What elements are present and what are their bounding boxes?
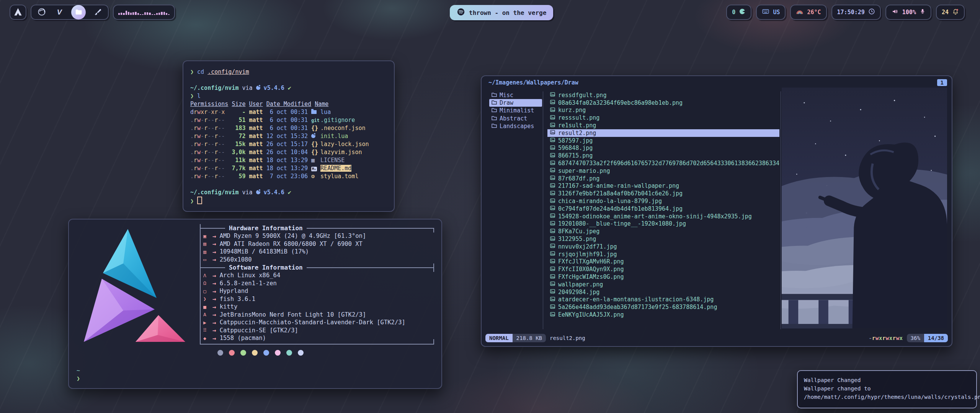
clock-widget[interactable]: 17:50:29 [831,5,881,20]
file-row[interactable]: nnvuv0xj2df71.jpg [547,243,779,250]
terminal-icon: ■ [201,304,209,310]
file-name: LICENSE [320,157,345,164]
file-row[interactable]: 20492984.jpg [547,288,779,296]
arrow-icon: → [212,233,216,240]
spotify-icon [457,8,465,18]
terminal-line [190,180,387,189]
terminal-window[interactable]: ❯ cd .config/nvim ~/.config/nvim via v5.… [183,60,395,212]
file-row[interactable]: 19201080-__blue-tinge__-1920×1080.jpg [547,220,779,228]
dock-item-firefox[interactable] [36,6,47,19]
memory-value: 10948MiB / 64183MiB (17%) [220,248,309,255]
updates-widget[interactable]: 0 [726,5,751,20]
arrow-icon: → [212,240,216,247]
file-row[interactable]: 154928-odinokoe_anime-art-anime-okno-sin… [547,213,779,220]
visualizer-bar [126,11,127,15]
file-size: 218.8 KB [513,334,546,342]
file-row[interactable]: 08a634fa02a32364f69ebc86a98eb1eb.png [547,99,779,107]
packages-icon: ◆ [201,335,209,341]
file-row[interactable]: 87r687df.png [547,175,779,182]
sidebar-item-minimalist[interactable]: Minimalist [489,107,542,114]
image-file-icon [550,137,555,144]
file-row[interactable]: 587597.jpg [547,137,779,145]
visualizer-bar [154,14,155,15]
launcher-button[interactable] [10,5,26,20]
image-file-icon [550,175,555,182]
file-row[interactable]: wallpaper.png [547,281,779,288]
sidebar-item-draw[interactable]: Draw [489,99,542,107]
gpu-value: AMD ATI Radeon RX 6800/6800 XT / 6900 XT [220,241,363,247]
selected-file-name: result2.png [550,335,585,341]
file-row[interactable]: 68747470733a2f2f696d616765732d7769786d70… [547,159,779,167]
file-row[interactable]: chica-mirando-la-luna-8799.jpg [547,197,779,205]
cursor-value: Catppuccin-Macchiato-Standard-Lavender-D… [220,319,405,326]
topbar-right: 0 US 26°C 17:50:29 [726,5,965,20]
visualizer-bar [152,14,153,15]
weather-widget[interactable]: 26°C [790,5,826,20]
file-name: lazyvim.json [320,149,362,156]
fetch-prompt: ~ ❯ [77,367,80,383]
git-icon: git [311,118,320,123]
file-row[interactable]: ressdfgult.png [547,91,779,99]
palette-dot [217,350,223,356]
ls-row: drwxr-xr-x - matt 6 oct 00:31 lua [190,108,387,116]
dock-item-paint[interactable] [92,6,103,19]
parent-directory-pane: MiscDrawMinimalistAbstractLandscapes [489,91,542,130]
file-row[interactable]: FXfcHgcWIAMzs0G.png [547,273,779,281]
cursor-icon: ▶ [201,320,209,325]
image-preview [782,88,947,328]
image-file-icon [550,266,555,273]
dock-item-files[interactable] [71,5,86,20]
file-row[interactable]: super-mario.png [547,167,779,175]
music-widget[interactable]: thrown - on the verge [450,5,553,20]
file-row[interactable]: atardecer-en-la-montanas-ilustracion-634… [547,296,779,304]
sidebar-item-landscapes[interactable]: Landscapes [489,122,542,130]
folder-icon [491,122,497,130]
image-file-icon [550,220,555,228]
file-row[interactable]: 8FKa7Cu.jpeg [547,228,779,235]
file-row[interactable]: re1sult.png [547,122,779,129]
visualizer-bar [149,13,150,15]
file-row[interactable]: FXfcJlTXgAMvH6R.png [547,258,779,266]
file-row[interactable]: FXfcII0X0AQyn9X.png [547,265,779,273]
status-bar: NORMAL 218.8 KB result2.png -rwxrwxrwx 3… [485,333,948,343]
file-manager-window[interactable]: ~/Imagenes/Wallpapers/Draw 1 MiscDrawMin… [481,75,952,347]
fetch-window[interactable]: Hardware Information▣→AMD Ryzen 9 5900X … [68,219,442,389]
file-row[interactable]: 0c794faf07de24a4db4d4fb1eb813964.jpg [547,205,779,213]
visualizer-bar [137,13,139,15]
prompt-char: ❯ [77,375,80,383]
dock-item-neovim[interactable]: V [54,6,65,19]
palette-dot [298,350,304,356]
os-value: Arch Linux x86_64 [220,272,281,279]
tab-badge[interactable]: 1 [937,79,947,86]
notifications-widget[interactable]: 24 [936,5,965,20]
notification-popup[interactable]: Wallpaper Changed Wallpaper changed to /… [797,370,977,408]
section-title-label: Hardware Information [225,224,307,232]
file-row[interactable]: 866715.png [547,152,779,159]
font-value: JetBrainsMono Nerd Font Light 10 [GTK2/3… [220,311,366,318]
file-row[interactable]: 217167-sad-anime-rain-wallpaper.png [547,182,779,190]
file-row[interactable]: result2.png [547,129,779,137]
sidebar-item-abstract[interactable]: Abstract [489,115,542,122]
temperature: 26°C [807,9,821,16]
keyboard-layout-widget[interactable]: US [756,5,786,20]
file-row[interactable]: resssult.png [547,114,779,122]
sidebar-item-misc[interactable]: Misc [489,91,542,99]
info-row-cursor: ▶→Catppuccin-Macchiato-Standard-Lavender… [201,319,434,327]
file-row[interactable]: 3122955.png [547,235,779,243]
image-file-icon [550,107,555,114]
file-row[interactable]: rsjqojlmjhf91.jpg [547,250,779,258]
visualizer-bar [130,13,132,15]
audio-widget[interactable]: 100% [885,5,931,20]
image-file-icon [550,160,555,167]
file-row[interactable]: kurz.png [547,107,779,114]
file-name: init.lua [320,133,348,140]
file-row[interactable]: 596848.jpg [547,145,779,152]
folder-icon [491,107,497,114]
command-line: ❯ l [190,92,387,100]
ls-row: .rw-r--r-- 183 matt 6 oct 00:31 {}.neoco… [190,124,387,132]
file-row[interactable]: 3126f7e9bbf21a8a4af0b67b041c6e26.jpg [547,190,779,197]
file-row[interactable]: EeNKYgIUcAAJ5JX.png [547,311,779,319]
info-row-gpu: ▤→AMD ATI Radeon RX 6800/6800 XT / 6900 … [201,240,434,248]
markdown-icon: M↓ [311,167,317,171]
file-row[interactable]: 5a266e448add93deab367d87173e9f25-6837886… [547,303,779,311]
